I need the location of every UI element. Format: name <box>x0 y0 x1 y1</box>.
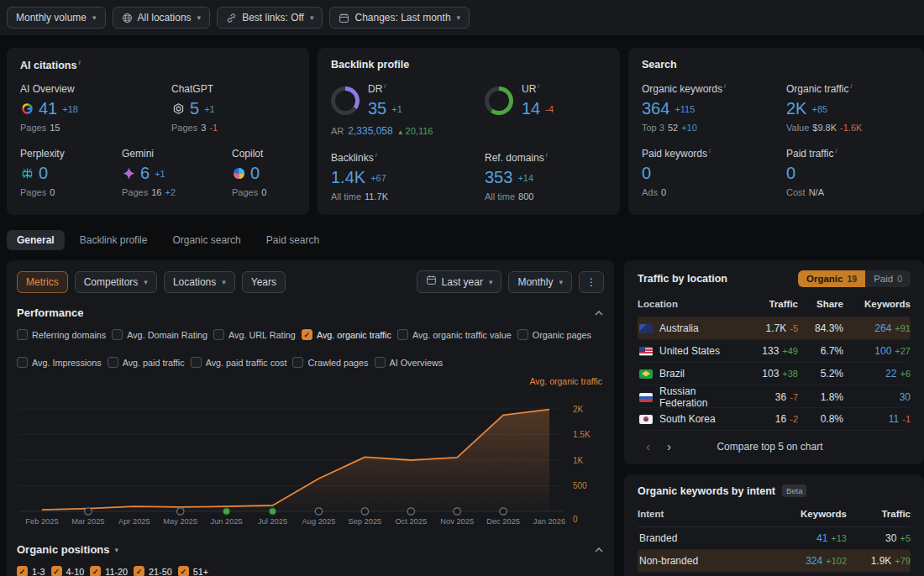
delta-value: +6 <box>900 369 911 379</box>
checkbox-avg-domain-rating[interactable]: Avg. Domain Rating <box>112 329 207 340</box>
report-tabs: GeneralBacklink profileOrganic searchPai… <box>7 230 924 250</box>
info-icon: i <box>538 82 539 90</box>
checkbox-referring-domains[interactable]: Referring domains <box>17 329 106 340</box>
location-row-brazil[interactable]: Brazil103+385.2%22+6 <box>638 363 911 385</box>
next-page-button[interactable]: › <box>659 439 680 454</box>
filter-changes[interactable]: Changes: Last month▾ <box>329 7 470 29</box>
ai-citations-card: AI citationsi AI Overview41+18Pages15Cha… <box>7 48 309 215</box>
checkbox-label: 11-20 <box>105 567 128 576</box>
intent-row-non-branded[interactable]: Non-branded324+1021.9K+79 <box>638 550 911 573</box>
timeline-marker[interactable] <box>500 508 507 515</box>
metrics-button[interactable]: Metrics <box>17 271 68 293</box>
search-metric-organic-keywords: Organic keywordsi364+115Top 352+10 <box>642 82 786 133</box>
chevron-down-icon: ▾ <box>489 275 493 289</box>
timeline-marker[interactable] <box>454 508 460 515</box>
checkbox-crawled-pages[interactable]: Crawled pages <box>292 357 368 368</box>
checkbox-4-10[interactable]: ✓4-10 <box>51 566 85 576</box>
filter-monthly-volume[interactable]: Monthly volume▾ <box>7 7 106 29</box>
chevron-down-icon: ▾ <box>310 11 314 24</box>
competitors-button[interactable]: Competitors▾ <box>75 271 157 293</box>
prev-page-button[interactable]: ‹ <box>638 439 659 454</box>
ref-domains-value: 353 <box>485 168 512 187</box>
ai-citations-row: AI Overview41+18Pages15ChatGPT5+1Pages3-… <box>20 83 296 133</box>
delta-value: -2 <box>790 414 798 424</box>
timeline-marker[interactable] <box>177 508 184 515</box>
checkbox-label: AI Overviews <box>390 358 444 368</box>
timeline-marker[interactable] <box>223 508 229 515</box>
compare-top5-link[interactable]: Compare top 5 on chart <box>680 441 860 453</box>
timeline-marker[interactable] <box>315 508 322 515</box>
metric-name: Perplexity <box>20 148 122 160</box>
timeline-marker[interactable] <box>361 508 368 515</box>
filter-all-locations[interactable]: All locations▾ <box>113 7 211 29</box>
metric-label: Paid keywordsi <box>642 147 786 160</box>
collapse-organic-positions-button[interactable] <box>594 546 604 553</box>
checkbox-avg-organic-traffic-value[interactable]: Avg. organic traffic value <box>397 329 512 340</box>
svg-text:Nov 2025: Nov 2025 <box>440 517 474 526</box>
domain-rating-donut-icon <box>331 86 360 115</box>
checkbox-21-50[interactable]: ✓21-50 <box>134 566 172 576</box>
checkbox-avg-paid-traffic[interactable]: Avg. paid traffic <box>108 357 185 368</box>
locations-button[interactable]: Locations▾ <box>164 271 235 293</box>
unchecked-checkbox-icon <box>375 357 386 368</box>
url-rating-metric: URi 14 -4 <box>485 82 606 137</box>
filter-best-links[interactable]: Best links: Off▾ <box>217 7 323 29</box>
ar-value: 2,335,058 <box>348 125 392 137</box>
metric-name: Copilot <box>232 148 266 160</box>
checkbox-11-20[interactable]: ✓11-20 <box>90 566 128 576</box>
location-row-south-korea[interactable]: South Korea16-20.8%11-1 <box>638 408 911 431</box>
tab-backlink-profile[interactable]: Backlink profile <box>70 230 158 250</box>
checkbox-avg-organic-traffic[interactable]: ✓Avg. organic traffic <box>302 329 391 340</box>
chevron-down-icon[interactable]: ▾ <box>115 546 119 554</box>
beta-badge: Beta <box>782 484 807 497</box>
checkbox-label: Avg. paid traffic cost <box>206 358 287 368</box>
flag-us-icon <box>639 347 653 356</box>
keywords-cell: 11-1 <box>843 413 911 425</box>
link-icon <box>226 13 237 24</box>
svg-text:Jul 2025: Jul 2025 <box>258 517 287 526</box>
location-row-russian-federation[interactable]: Russian Federation36-71.8%30 <box>638 385 911 408</box>
intent-name: Branded <box>638 532 767 544</box>
delta-value: +79 <box>895 556 911 566</box>
metric-name: Gemini <box>122 148 232 160</box>
keywords-cell: 30 <box>843 391 911 403</box>
checkbox-ai-overviews[interactable]: AI Overviews <box>375 357 444 368</box>
column-header-share: Share <box>798 299 843 309</box>
location-row-united-states[interactable]: United States133+496.7%100+27 <box>638 340 911 363</box>
checkbox-51[interactable]: ✓51+ <box>178 566 208 576</box>
unchecked-checkbox-icon <box>517 329 528 340</box>
checkbox-label: Avg. URL Rating <box>228 330 296 340</box>
timeline-marker[interactable] <box>407 508 414 515</box>
ai-metric-perplexity: Perplexity0Pages0 <box>20 148 122 197</box>
ai-metric-ai-overview: AI Overview41+18Pages15 <box>20 83 171 133</box>
flag-br-icon <box>639 369 653 379</box>
ar-change: ▲20,116 <box>397 126 433 136</box>
delta-value: +85 <box>811 104 827 114</box>
checkbox-avg-impressions[interactable]: Avg. Impressions <box>17 357 102 368</box>
timeline-marker[interactable] <box>85 508 92 515</box>
checkbox-avg-url-rating[interactable]: Avg. URL Rating <box>213 329 296 340</box>
filter-label: Changes: Last month <box>354 11 450 24</box>
date-range-button[interactable]: Last year▾ <box>417 270 502 293</box>
checkbox-organic-pages[interactable]: Organic pages <box>517 329 591 340</box>
toggle-organic[interactable]: Organic19 <box>798 270 865 287</box>
tab-general[interactable]: General <box>7 230 65 250</box>
more-options-button[interactable]: ⋮ <box>579 271 604 293</box>
traffic-cell: 1.9K+79 <box>847 555 911 567</box>
intent-row-branded[interactable]: Branded41+1330+5 <box>638 527 911 550</box>
toggle-count: 0 <box>897 274 902 284</box>
years-button[interactable]: Years <box>242 271 286 293</box>
tab-organic-search[interactable]: Organic search <box>162 230 250 250</box>
granularity-button[interactable]: Monthly▾ <box>508 271 572 293</box>
svg-text:Oct 2025: Oct 2025 <box>395 517 427 526</box>
timeline-marker[interactable] <box>269 508 276 515</box>
checkbox-avg-paid-traffic-cost[interactable]: Avg. paid traffic cost <box>191 357 287 368</box>
chevron-down-icon: ▾ <box>457 11 461 24</box>
toggle-paid[interactable]: Paid0 <box>865 270 911 287</box>
location-row-australia[interactable]: Australia1.7K-584.3%264+91 <box>638 317 911 340</box>
chevron-down-icon: ▾ <box>559 275 563 289</box>
delta-value: -1 <box>902 414 911 424</box>
collapse-performance-button[interactable] <box>594 309 604 317</box>
tab-paid-search[interactable]: Paid search <box>256 230 329 250</box>
checkbox-1-3[interactable]: ✓1-3 <box>17 566 45 576</box>
